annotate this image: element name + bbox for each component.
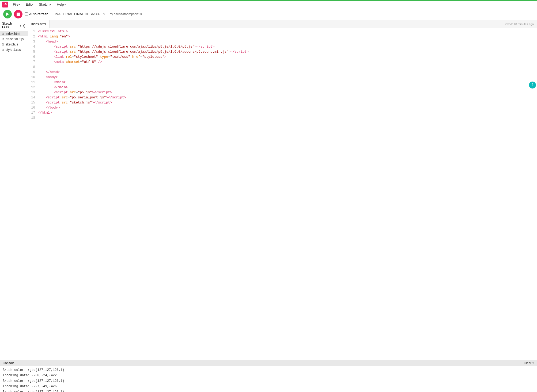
sidebar-item-style[interactable]: 🗋 style-1.css [0, 47, 28, 52]
line-number-8: 8 [28, 65, 38, 70]
console-line: Incoming data: -227,-49,-426 [3, 384, 534, 389]
console-area: Console Clear ▼ Brush color: rgba(127,12… [0, 360, 537, 392]
code-line-13: 13 <script src="p5.js"></script> [28, 90, 537, 95]
line-number-12: 12 [28, 85, 38, 90]
editor-tab-index-html[interactable]: index.html [28, 20, 50, 28]
code-line-17: 17</html> [28, 110, 537, 116]
sidebar-filename-index: index.html [6, 32, 20, 36]
console-line: Incoming data: -230,-24,-422 [3, 373, 534, 378]
line-content-4: <script src="https://cdnjs.cloudflare.co… [38, 44, 537, 49]
code-editor[interactable]: 1<!DOCTYPE html>2<html lang="en">3 <head… [28, 28, 537, 360]
code-line-1: 1<!DOCTYPE html> [28, 29, 537, 34]
line-number-7: 7 [28, 60, 38, 65]
line-number-5: 5 [28, 49, 38, 55]
line-content-11: <main> [38, 80, 537, 85]
line-number-16: 16 [28, 105, 38, 110]
sidebar-item-p5serial[interactable]: 🗋 p5.serial_t.js [0, 36, 28, 42]
code-line-12: 12 </main> [28, 85, 537, 90]
stop-button[interactable] [14, 10, 22, 18]
line-content-18 [38, 116, 537, 121]
line-content-6: <link rel="stylesheet" type="text/css" h… [38, 55, 537, 60]
code-line-9: 9 </head> [28, 70, 537, 75]
code-line-8: 8 [28, 65, 537, 70]
line-number-10: 10 [28, 75, 38, 80]
auto-refresh-checkbox[interactable] [25, 12, 28, 16]
console-line: Brush color: rgba(127,127,126,1) [3, 378, 534, 384]
line-content-15: <script src="sketch.js"></script> [38, 100, 537, 105]
line-number-11: 11 [28, 80, 38, 85]
menu-help[interactable]: Help ▾ [55, 2, 68, 7]
line-number-2: 2 [28, 34, 38, 39]
code-line-18: 18 [28, 116, 537, 121]
code-line-3: 3 <head> [28, 39, 537, 44]
svg-rect-1 [17, 13, 20, 16]
sidebar: Sketch Files ▾ ❮ 🗋 index.html 🗋 p5.seria… [0, 20, 28, 360]
main-area: Sketch Files ▾ ❮ 🗋 index.html 🗋 p5.seria… [0, 20, 537, 360]
file-icon-sketch: 🗋 [2, 43, 5, 46]
help-arrow-icon: ▾ [65, 3, 66, 6]
code-line-14: 14 <script src="p5.serialport.js"></scri… [28, 95, 537, 100]
edit-sketch-name-icon[interactable]: ✎ [103, 12, 105, 16]
sidebar-toggle-icon[interactable]: ▾ [20, 23, 21, 28]
sidebar-filename-style: style-1.css [6, 48, 21, 52]
svg-marker-0 [6, 12, 9, 16]
code-line-11: 11 <main> [28, 80, 537, 85]
code-line-16: 16 </body> [28, 105, 537, 110]
file-arrow-icon: ▾ [19, 3, 20, 6]
saved-indicator: Saved: 18 minutes ago [504, 22, 537, 26]
toolbar: Auto-refresh FINAL FINAL FINAL DESN586 ✎… [0, 8, 537, 20]
console-header: Console Clear ▼ [0, 360, 537, 366]
sidebar-title: Sketch Files [2, 22, 20, 29]
sidebar-item-index-html[interactable]: 🗋 index.html [0, 31, 28, 36]
line-number-14: 14 [28, 95, 38, 100]
sidebar-filename-p5serial: p5.serial_t.js [6, 37, 24, 41]
code-line-7: 7 <meta charset="utf-8" /> [28, 60, 537, 65]
code-line-15: 15 <script src="sketch.js"></script> [28, 100, 537, 105]
line-number-17: 17 [28, 110, 38, 116]
file-icon-index: 🗋 [2, 32, 5, 35]
editor-tab-bar: index.html Saved: 18 minutes ago [28, 20, 537, 28]
line-content-10: <body> [38, 75, 537, 80]
edit-arrow-icon: ▾ [32, 3, 33, 6]
file-icon-style: 🗋 [2, 48, 5, 51]
line-number-15: 15 [28, 100, 38, 105]
code-line-6: 6 <link rel="stylesheet" type="text/css"… [28, 55, 537, 60]
line-content-14: <script src="p5.serialport.js"></script> [38, 95, 537, 100]
code-line-5: 5 <script src="https://cdnjs.cloudflare.… [28, 49, 537, 55]
play-button[interactable] [3, 10, 12, 18]
code-line-10: 10 <body> [28, 75, 537, 80]
line-content-12: </main> [38, 85, 537, 90]
console-clear-button[interactable]: Clear ▼ [524, 361, 534, 365]
auto-refresh-label[interactable]: Auto-refresh [25, 12, 48, 16]
code-line-4: 4 <script src="https://cdnjs.cloudflare.… [28, 44, 537, 49]
code-line-2: 2<html lang="en"> [28, 34, 537, 39]
line-content-13: <script src="p5.js"></script> [38, 90, 537, 95]
console-output: Brush color: rgba(127,127,126,1)Incoming… [0, 366, 537, 392]
menu-file[interactable]: File ▾ [11, 2, 22, 7]
line-content-2: <html lang="en"> [38, 34, 537, 39]
sidebar-item-sketch[interactable]: 🗋 sketch.js [0, 42, 28, 47]
sidebar-header: Sketch Files ▾ ❮ [0, 20, 28, 31]
line-content-7: <meta charset="utf-8" /> [38, 60, 537, 65]
line-number-3: 3 [28, 39, 38, 44]
line-content-3: <head> [38, 39, 537, 44]
p5-logo: p5 [2, 2, 8, 7]
line-number-4: 4 [28, 44, 38, 49]
menu-edit[interactable]: Edit ▾ [24, 2, 36, 7]
line-number-13: 13 [28, 90, 38, 95]
line-content-9: </head> [38, 70, 537, 75]
console-clear-arrow-icon: ▼ [532, 362, 534, 364]
console-title: Console [3, 361, 14, 365]
floating-user-icon[interactable]: G [529, 82, 536, 89]
editor-area: index.html Saved: 18 minutes ago 1<!DOCT… [28, 20, 537, 360]
menu-sketch[interactable]: Sketch ▾ [37, 2, 54, 7]
sidebar-collapse-icon[interactable]: ❮ [22, 23, 26, 28]
line-content-1: <!DOCTYPE html> [38, 29, 537, 34]
menu-bar: p5 File ▾ Edit ▾ Sketch ▾ Help ▾ [0, 1, 537, 8]
line-number-9: 9 [28, 70, 38, 75]
console-line: Brush color: rgba(127,127,126,1) [3, 389, 534, 392]
sketch-arrow-icon: ▾ [50, 3, 51, 6]
line-content-8 [38, 65, 537, 70]
sidebar-filename-sketch: sketch.js [6, 43, 18, 46]
line-content-16: </body> [38, 105, 537, 110]
